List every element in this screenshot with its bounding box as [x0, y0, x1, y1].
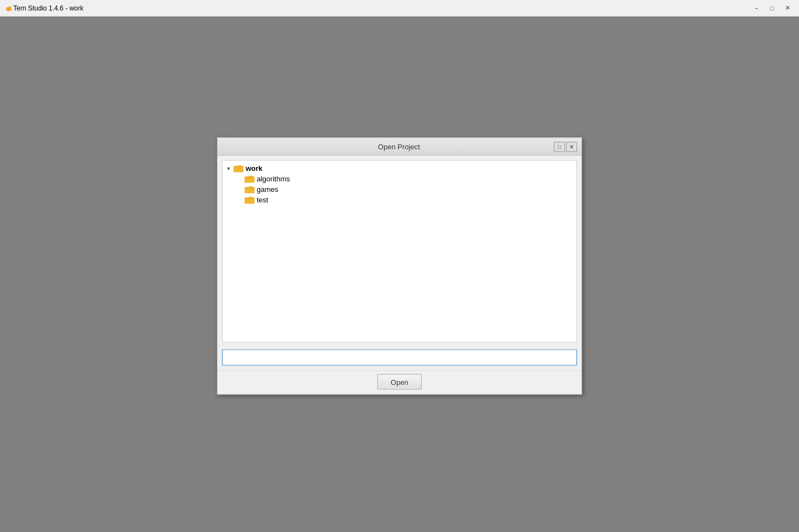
tree-item-test[interactable]: test	[222, 195, 577, 205]
folder-icon-test	[245, 196, 255, 204]
folder-icon-games	[245, 185, 255, 193]
window-title: Tern Studio 1.4.6 - work	[13, 4, 749, 12]
input-area	[217, 347, 582, 371]
dialog-close-button[interactable]: ✕	[566, 142, 577, 152]
title-bar: Tern Studio 1.4.6 - work − □ ✕	[0, 0, 799, 17]
maximize-button[interactable]: □	[765, 3, 779, 14]
dialog-controls: □ ✕	[554, 142, 577, 152]
tree-label-algorithms: algorithms	[257, 175, 290, 183]
tree-label-test: test	[257, 196, 268, 204]
open-project-dialog: Open Project □ ✕ ▼ work	[217, 138, 582, 395]
expand-arrow-work: ▼	[225, 164, 232, 172]
bottom-bar: Open	[217, 371, 582, 394]
tree-label-games: games	[257, 185, 278, 194]
tree-item-games[interactable]: games	[222, 184, 577, 195]
tree-label-work: work	[246, 164, 262, 173]
folder-icon-work	[234, 164, 243, 172]
app-icon	[4, 4, 13, 13]
svg-point-1	[9, 6, 11, 8]
minimize-button[interactable]: −	[749, 3, 764, 14]
dialog-title: Open Project	[244, 143, 554, 151]
file-tree[interactable]: ▼ work algorithms	[222, 160, 577, 343]
dialog-maximize-button[interactable]: □	[554, 142, 565, 152]
path-input[interactable]	[222, 350, 577, 366]
dialog-title-bar: Open Project □ ✕	[217, 138, 582, 156]
window-controls: − □ ✕	[749, 3, 795, 14]
close-button[interactable]: ✕	[780, 3, 795, 14]
tree-item-algorithms[interactable]: algorithms	[222, 174, 577, 184]
tree-item-work[interactable]: ▼ work	[222, 163, 577, 174]
folder-icon-algorithms	[245, 175, 255, 182]
open-button[interactable]: Open	[377, 374, 422, 390]
